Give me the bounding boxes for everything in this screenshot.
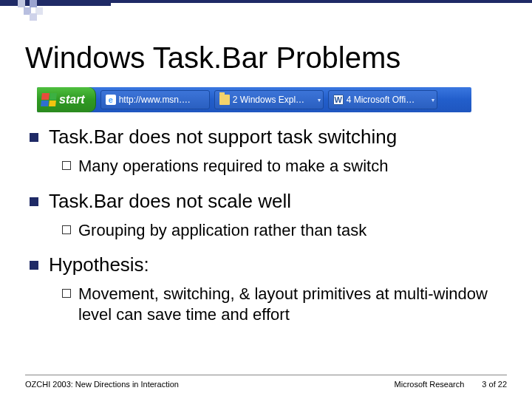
windows-logo-icon	[41, 93, 57, 106]
taskbar-item-label: 4 Microsoft Offi…	[347, 95, 415, 105]
taskbar-item-explorer: 2 Windows Expl… ▾	[214, 90, 324, 109]
bullet-level2: Grouping by application rather than task	[62, 220, 502, 241]
ie-icon: e	[106, 95, 116, 105]
taskbar-image: start e http://www.msn…. 2 Windows Expl……	[37, 87, 471, 112]
bullet-level2: Many operations required to make a switc…	[62, 156, 502, 177]
bullet-text: Task.Bar does not scale well	[49, 190, 291, 213]
taskbar-item-label: http://www.msn….	[119, 95, 191, 105]
slide-top-decoration	[0, 0, 532, 21]
hollow-square-bullet-icon	[62, 289, 71, 298]
bullet-content: Task.Bar does not support task switching…	[30, 126, 502, 338]
square-bullet-icon	[30, 261, 38, 270]
footer-center: Microsoft Research	[395, 380, 465, 389]
hollow-square-bullet-icon	[62, 225, 71, 234]
slide-title: Windows Task.Bar Problems	[25, 41, 400, 75]
bullet-level1: Task.Bar does not scale well	[30, 190, 502, 213]
bullet-level1: Task.Bar does not support task switching	[30, 126, 502, 149]
folder-icon	[219, 95, 230, 105]
slide-footer: OZCHI 2003: New Directions in Interactio…	[25, 375, 507, 389]
footer-page-number: 3 of 22	[482, 380, 507, 389]
footer-left: OZCHI 2003: New Directions in Interactio…	[25, 380, 179, 389]
word-icon: W	[333, 95, 344, 105]
start-button: start	[37, 87, 96, 112]
square-bullet-icon	[30, 197, 38, 206]
bullet-text: Many operations required to make a switc…	[78, 156, 388, 177]
hollow-square-bullet-icon	[62, 161, 71, 170]
taskbar-item-ie: e http://www.msn….	[100, 90, 210, 109]
start-label: start	[59, 93, 85, 106]
chevron-down-icon: ▾	[318, 97, 321, 103]
bullet-level2: Movement, switching, & layout primitives…	[62, 284, 502, 324]
bullet-text: Hypothesis:	[49, 253, 149, 276]
taskbar-item-label: 2 Windows Expl…	[233, 95, 304, 105]
square-bullet-icon	[30, 133, 38, 142]
bullet-text: Task.Bar does not support task switching	[49, 126, 397, 149]
bullet-level1: Hypothesis:	[30, 253, 502, 276]
chevron-down-icon: ▾	[432, 97, 434, 103]
taskbar-item-word: W 4 Microsoft Offi… ▾	[328, 90, 437, 109]
bullet-text: Movement, switching, & layout primitives…	[78, 284, 502, 324]
bullet-text: Grouping by application rather than task	[78, 220, 366, 241]
